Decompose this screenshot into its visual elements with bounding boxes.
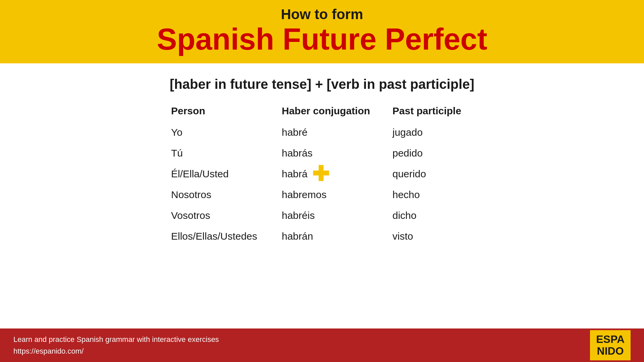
table-row: Vosotros habréis dicho (171, 210, 473, 221)
footer-text: Learn and practice Spanish grammar with … (13, 334, 219, 357)
participle-cell: hecho (392, 189, 473, 200)
person-cell: Nosotros (171, 189, 282, 200)
person-cell: Tú (171, 147, 282, 159)
col-header-haber: Haber conjugation (282, 105, 392, 117)
haber-cell: habré (282, 127, 392, 138)
footer-section: Learn and practice Spanish grammar with … (0, 328, 644, 362)
footer-line1: Learn and practice Spanish grammar with … (13, 334, 219, 345)
haber-cell: habrá (282, 168, 392, 180)
haber-cell: habrás (282, 147, 392, 159)
haber-cell: habréis (282, 210, 392, 221)
haber-cell: habremos (282, 189, 392, 200)
col-header-participle: Past participle (392, 105, 473, 117)
table-row: Él/Ella/Usted habrá ✚ querido (171, 168, 473, 180)
conjugation-table: Person Haber conjugation Past participle… (171, 105, 473, 251)
table-row: Ellos/Ellas/Ustedes habrán visto (171, 231, 473, 242)
person-cell: Él/Ella/Usted (171, 168, 282, 180)
table-row: Yo habré jugado (171, 127, 473, 138)
header-section: How to form Spanish Future Perfect (0, 0, 644, 63)
espanido-logo: ESPA NIDO (590, 330, 631, 360)
person-cell: Vosotros (171, 210, 282, 221)
formula-text: [haber in future tense] + [verb in past … (170, 77, 474, 92)
footer-line2: https://espanido.com/ (13, 345, 219, 357)
logo-text: ESPA NIDO (596, 334, 625, 357)
main-content: [haber in future tense] + [verb in past … (0, 63, 644, 328)
table-row: Tú habrás pedido (171, 147, 473, 159)
person-cell: Yo (171, 127, 282, 138)
participle-cell: visto (392, 231, 473, 242)
header-title: Spanish Future Perfect (0, 23, 644, 56)
header-subtitle: How to form (0, 6, 644, 23)
plus-icon: ✚ (312, 164, 329, 184)
participle-cell: jugado (392, 127, 473, 138)
haber-cell: habrán (282, 231, 392, 242)
table-header: Person Haber conjugation Past participle (171, 105, 473, 120)
participle-cell: pedido (392, 147, 473, 159)
col-header-person: Person (171, 105, 282, 117)
participle-cell: querido (392, 168, 473, 180)
table-row: Nosotros habremos hecho (171, 189, 473, 200)
participle-cell: dicho (392, 210, 473, 221)
person-cell: Ellos/Ellas/Ustedes (171, 231, 282, 242)
